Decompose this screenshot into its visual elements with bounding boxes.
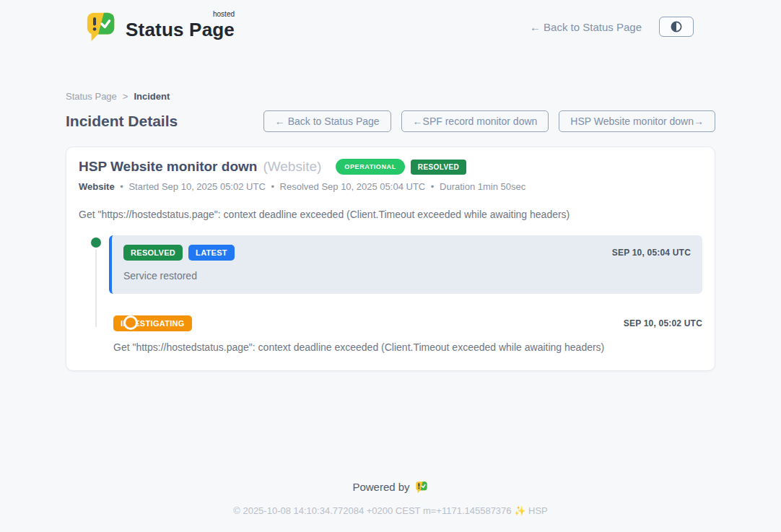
breadcrumb: Status Page > Incident — [66, 91, 715, 102]
meta-duration: Duration 1min 50sec — [440, 181, 525, 192]
meta-started: Started Sep 10, 2025 05:02 UTC — [128, 181, 265, 192]
footer: Powered by © 2025-10-08 14:10:34.772084 … — [0, 481, 781, 532]
update-head: RESOLVED LATEST SEP 10, 05:04 UTC — [123, 245, 691, 261]
update-head: INVESTIGATING SEP 10, 05:02 UTC — [113, 315, 702, 331]
latest-update-box: RESOLVED LATEST SEP 10, 05:04 UTC Servic… — [109, 235, 702, 294]
contrast-icon — [669, 19, 684, 34]
status-page-logo-icon — [85, 10, 118, 43]
incident-meta: Website • Started Sep 10, 2025 05:02 UTC… — [79, 181, 702, 192]
powered-by-label: Powered by — [352, 481, 409, 493]
incident-title-row: HSP Website monitor down (Website) OPERA… — [79, 159, 702, 175]
timeline-update-resolved: RESOLVED LATEST SEP 10, 05:04 UTC Servic… — [79, 235, 702, 294]
next-incident-button[interactable]: HSP Website monitor down→ — [559, 110, 715, 132]
update-message: Get "https://hostedstatus.page": context… — [113, 341, 702, 353]
meta-component: Website — [79, 181, 115, 192]
timeline-dot-resolved-icon — [91, 237, 101, 248]
incident-title: HSP Website monitor down — [79, 159, 257, 175]
incident-description: Get "https://hostedstatus.page": context… — [79, 209, 702, 220]
header: hosted Status Page ← Back to Status Page — [0, 0, 781, 43]
incident-component: (Website) — [263, 159, 321, 175]
update-timestamp: SEP 10, 05:04 UTC — [612, 248, 691, 258]
breadcrumb-separator: > — [123, 91, 128, 102]
update-badges: RESOLVED LATEST — [123, 245, 235, 261]
meta-resolved: Resolved Sep 10, 2025 05:04 UTC — [280, 181, 426, 192]
breadcrumb-status-page[interactable]: Status Page — [66, 91, 117, 102]
update-resolved-badge: RESOLVED — [123, 245, 183, 261]
brand-superscript: hosted — [213, 10, 235, 18]
theme-toggle-button[interactable] — [659, 17, 694, 37]
brand-logo[interactable]: hosted Status Page — [85, 10, 235, 43]
back-to-status-page-button[interactable]: ← Back to Status Page — [263, 110, 391, 132]
back-to-status-page-link[interactable]: ← Back to Status Page — [530, 21, 642, 33]
prev-incident-button[interactable]: ←SPF record monitor down — [401, 110, 549, 132]
brand-name: Status Page — [126, 19, 235, 40]
incident-card: HSP Website monitor down (Website) OPERA… — [66, 147, 715, 371]
incident-timeline: RESOLVED LATEST SEP 10, 05:04 UTC Servic… — [79, 235, 702, 353]
update-message: Service restored — [123, 270, 691, 282]
main-content: Status Page > Incident Incident Details … — [66, 91, 715, 371]
title-row: Incident Details ← Back to Status Page ←… — [66, 110, 715, 132]
timeline-update-investigating: INVESTIGATING SEP 10, 05:02 UTC Get "htt… — [113, 315, 702, 353]
brand-text: hosted Status Page — [126, 13, 235, 41]
resolved-state-badge: RESOLVED — [411, 160, 466, 175]
incident-nav-buttons: ← Back to Status Page ←SPF record monito… — [263, 110, 715, 132]
powered-by-link[interactable]: Powered by — [352, 481, 428, 494]
status-page-mini-logo-icon — [415, 481, 429, 494]
meta-separator: • — [431, 181, 435, 192]
breadcrumb-incident: Incident — [134, 91, 170, 102]
copyright-text: © 2025-10-08 14:10:34.772084 +0200 CEST … — [0, 505, 781, 516]
update-latest-badge: LATEST — [188, 245, 235, 261]
meta-separator: • — [271, 181, 274, 192]
update-timestamp: SEP 10, 05:02 UTC — [624, 318, 702, 328]
meta-separator: • — [120, 181, 123, 192]
header-right: ← Back to Status Page — [530, 17, 694, 37]
timeline-dot-investigating-icon — [126, 318, 136, 328]
operational-status-badge: OPERATIONAL — [336, 159, 404, 175]
page-title: Incident Details — [66, 113, 178, 130]
